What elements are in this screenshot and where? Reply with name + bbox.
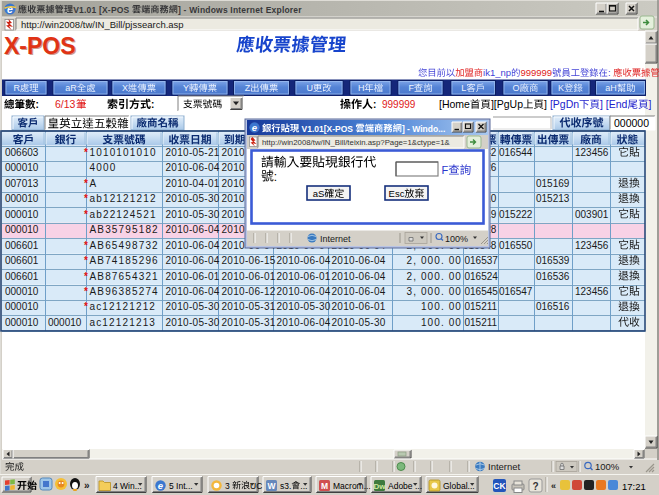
- svg-text:s3.: s3.: [280, 481, 291, 491]
- svg-text:[Home: [Home: [439, 98, 470, 110]
- svg-text:3: 3: [225, 481, 232, 491]
- svg-text:2010-06-15: 2010-06-15: [222, 255, 276, 266]
- svg-text:ik1_np: ik1_np: [483, 67, 511, 78]
- svg-text:Macrom...: Macrom...: [333, 481, 371, 491]
- svg-text:006601: 006601: [5, 255, 39, 266]
- svg-text:016536: 016536: [536, 271, 570, 282]
- svg-text:007013: 007013: [5, 178, 39, 189]
- svg-text:000010: 000010: [5, 286, 39, 297]
- svg-text:2010-05-21: 2010-05-21: [166, 147, 220, 158]
- svg-text:V1.01[X-POS: V1.01[X-POS: [299, 124, 355, 134]
- svg-text:ac12121213: ac12121213: [90, 317, 157, 328]
- svg-text:2010-06-01: 2010-06-01: [332, 301, 386, 312]
- svg-text:e: e: [252, 122, 258, 133]
- svg-text:2010-06-04: 2010-06-04: [332, 271, 386, 282]
- svg-text:R: R: [13, 83, 20, 93]
- svg-text:000010: 000010: [5, 301, 39, 312]
- svg-text:F: F: [408, 83, 414, 93]
- svg-text:100. 00: 100. 00: [421, 317, 462, 328]
- svg-text:e: e: [158, 480, 164, 491]
- svg-text:4000: 4000: [90, 162, 117, 173]
- svg-text:*: *: [84, 178, 88, 189]
- svg-text:2010-05-30: 2010-05-30: [166, 209, 220, 220]
- svg-text::: :: [274, 170, 277, 184]
- svg-text:Z: Z: [245, 83, 251, 93]
- svg-text:2010-06-04: 2010-06-04: [166, 240, 220, 251]
- svg-text:2, 000. 00: 2, 000. 00: [407, 271, 462, 282]
- svg-text:ab12121212: ab12121212: [90, 193, 157, 204]
- svg-text:2, 000. 00: 2, 000. 00: [407, 255, 462, 266]
- svg-text:Esc: Esc: [389, 188, 405, 199]
- svg-text:] - Windows Internet Explorer: ] - Windows Internet Explorer: [178, 5, 302, 15]
- svg-text:H: H: [358, 83, 365, 93]
- svg-text:«: «: [551, 481, 556, 491]
- svg-text:Adobe ...: Adobe ...: [388, 481, 422, 491]
- svg-text::: :: [151, 99, 154, 110]
- svg-text:]: ]: [649, 98, 652, 110]
- svg-text:17:21: 17:21: [622, 481, 646, 492]
- svg-text:aH: aH: [605, 83, 617, 93]
- svg-text:003901: 003901: [575, 209, 609, 220]
- svg-text:Internet: Internet: [320, 234, 351, 244]
- svg-text:2010-05-31: 2010-05-31: [222, 301, 276, 312]
- svg-text:...: ...: [300, 481, 307, 491]
- svg-text:[PgDn: [PgDn: [550, 98, 579, 110]
- svg-text:015222: 015222: [499, 209, 533, 220]
- svg-text:*: *: [84, 286, 88, 297]
- svg-text:2010-06-01: 2010-06-01: [277, 271, 331, 282]
- svg-text:AB74185296: AB74185296: [90, 255, 159, 266]
- svg-text:000010: 000010: [48, 317, 82, 328]
- svg-text:] [End: ] [End: [600, 98, 628, 110]
- svg-text:016537: 016537: [465, 255, 499, 266]
- svg-text:F: F: [442, 164, 449, 176]
- svg-text:2010-05-30: 2010-05-30: [166, 317, 220, 328]
- svg-text:2010-06-04: 2010-06-04: [166, 255, 220, 266]
- svg-text:016544: 016544: [499, 147, 533, 158]
- svg-text:006601: 006601: [5, 240, 39, 251]
- svg-text:http://win2008/tw/IN_Bill/teix: http://win2008/tw/IN_Bill/teixin.asp?Pag…: [262, 138, 450, 147]
- svg-text:2010-06-04: 2010-06-04: [332, 286, 386, 297]
- svg-text:5 Int...: 5 Int...: [169, 481, 193, 491]
- svg-text:2010-05-30: 2010-05-30: [277, 301, 331, 312]
- svg-text:X-POS: X-POS: [4, 33, 76, 59]
- svg-text:000010: 000010: [5, 193, 39, 204]
- svg-text:4 Win...: 4 Win...: [113, 481, 142, 491]
- svg-text:?: ?: [532, 481, 538, 492]
- svg-text:1010101010: 1010101010: [90, 147, 157, 158]
- svg-text:999999: 999999: [382, 99, 416, 110]
- svg-text:2010-06-12: 2010-06-12: [222, 286, 276, 297]
- svg-text:2010-06-04: 2010-06-04: [277, 255, 331, 266]
- svg-text:016539: 016539: [536, 255, 570, 266]
- svg-text:U: U: [306, 83, 313, 93]
- svg-text:3, 000. 00: 3, 000. 00: [407, 286, 462, 297]
- svg-text:000010: 000010: [5, 209, 39, 220]
- svg-text:*: *: [84, 271, 88, 282]
- svg-text:2010-06-04: 2010-06-04: [166, 224, 220, 235]
- svg-text:CK: CK: [493, 481, 506, 491]
- svg-text:A: A: [90, 178, 98, 189]
- svg-text:2010-05-30: 2010-05-30: [166, 193, 220, 204]
- svg-text:6/13: 6/13: [55, 98, 76, 110]
- svg-text:006601: 006601: [5, 271, 39, 282]
- svg-text:015211: 015211: [465, 301, 498, 312]
- svg-text:aS: aS: [313, 188, 325, 199]
- svg-text:100. 00: 100. 00: [421, 301, 462, 312]
- svg-text:ac12121212: ac12121212: [90, 301, 157, 312]
- svg-text:K: K: [558, 83, 564, 93]
- svg-text:V1.01 [X-POS: V1.01 [X-POS: [73, 5, 132, 15]
- svg-text:016524: 016524: [465, 271, 499, 282]
- svg-text:999999: 999999: [520, 67, 552, 78]
- svg-text:2010-06-04: 2010-06-04: [277, 286, 331, 297]
- svg-text:*: *: [84, 147, 88, 158]
- svg-text:Internet: Internet: [488, 461, 521, 472]
- svg-text:*: *: [84, 240, 88, 251]
- svg-text:2010-06-04: 2010-06-04: [332, 255, 386, 266]
- svg-text:Y: Y: [183, 83, 189, 93]
- svg-text::: :: [36, 99, 39, 110]
- svg-text:000010: 000010: [5, 317, 39, 328]
- svg-text:][PgUp: ][PgUp: [491, 98, 523, 110]
- svg-text:2010-06-01: 2010-06-01: [222, 271, 276, 282]
- svg-text:015169: 015169: [536, 178, 570, 189]
- svg-text::: :: [608, 67, 613, 78]
- svg-text:*: *: [84, 193, 88, 204]
